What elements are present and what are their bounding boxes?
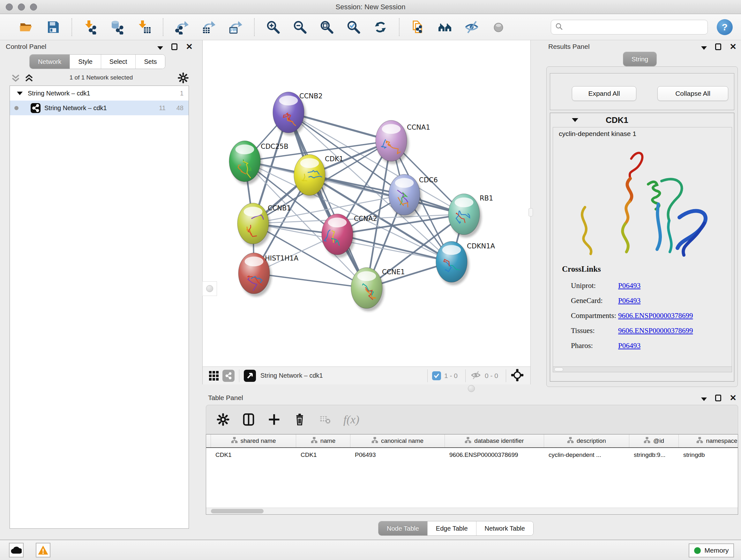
create-column-icon[interactable] — [267, 412, 281, 427]
crosslink-link[interactable]: P06493 — [618, 282, 641, 290]
panel-float-icon[interactable] — [172, 44, 178, 50]
results-menu-caret-icon[interactable] — [701, 46, 707, 50]
grid-view-icon[interactable] — [208, 370, 220, 382]
crosslink-link[interactable]: 9606.ENSP00000378699 — [618, 312, 693, 320]
cdk1-caret-icon[interactable] — [572, 118, 578, 122]
column-header-database-identifier[interactable]: database identifier — [445, 435, 544, 447]
hidden-eye-slash-icon — [470, 370, 482, 381]
tab-style[interactable]: Style — [70, 55, 100, 69]
results-float-icon[interactable] — [715, 44, 721, 50]
column-header-namespace[interactable]: namespace — [678, 435, 738, 447]
open-session-icon[interactable] — [17, 18, 35, 36]
table-options-gear-icon[interactable] — [216, 412, 230, 427]
cdk1-entry-header[interactable]: CDK1 — [550, 113, 734, 127]
bottom-splitter-handle[interactable] — [468, 385, 475, 392]
expand-collapse-box: Expand All Collapse All — [550, 73, 734, 110]
main-toolbar: ? — [0, 14, 741, 40]
column-header--id[interactable]: @id — [629, 435, 678, 447]
network-row[interactable]: String Network – cdk1 11 48 — [10, 101, 189, 115]
network-options-gear-icon[interactable] — [178, 72, 190, 84]
table-close-icon[interactable]: ✕ — [730, 394, 737, 401]
crosslink-link[interactable]: P06493 — [618, 341, 641, 350]
column-header-canonical-name[interactable]: canonical name — [350, 435, 445, 447]
save-session-icon[interactable] — [44, 18, 62, 36]
import-network-from-database-icon[interactable] — [109, 18, 126, 36]
export-network-icon[interactable] — [173, 18, 191, 36]
table-horizontal-scrollbar[interactable] — [206, 508, 738, 514]
results-panel-header: Results Panel ✕ — [542, 40, 741, 53]
panel-menu-caret-icon[interactable] — [157, 46, 163, 50]
selected-checkbox-icon[interactable] — [432, 371, 441, 380]
table-row[interactable]: CDK1CDK1P064939606.ENSP00000378699cyclin… — [206, 448, 738, 462]
table-scrollbar-thumb[interactable] — [211, 509, 264, 513]
collection-caret-icon[interactable] — [17, 91, 23, 95]
show-columns-icon[interactable] — [241, 412, 256, 427]
tab-network-table[interactable]: Network Table — [476, 521, 533, 536]
export-image-icon[interactable] — [226, 18, 245, 36]
import-table-from-file-icon[interactable] — [135, 18, 153, 36]
zoom-selected-icon[interactable] — [345, 18, 362, 36]
first-neighbors-icon[interactable] — [436, 18, 454, 36]
results-close-icon[interactable]: ✕ — [730, 43, 737, 51]
node-label-CCNA2: CCNA2 — [354, 215, 377, 223]
column-header-name[interactable]: name — [296, 435, 350, 447]
node-CCNA1[interactable]: CCNA1 — [376, 120, 430, 164]
column-type-icon — [231, 437, 238, 445]
network-canvas[interactable]: CCNB2CCNA1CDC25BCDK1CDC6RB1CCNB1CCNA2CDK… — [202, 40, 531, 367]
export-table-icon[interactable] — [200, 18, 218, 36]
column-header-label: name — [320, 437, 336, 444]
help-button[interactable]: ? — [717, 19, 733, 35]
node-CDKN1A[interactable]: CDKN1A — [436, 241, 495, 285]
import-network-from-file-icon[interactable] — [82, 18, 99, 36]
warnings-button[interactable] — [36, 543, 51, 557]
panel-close-icon[interactable]: ✕ — [186, 43, 193, 51]
left-splitter-handle[interactable] — [202, 281, 217, 296]
detach-view-icon[interactable] — [244, 370, 256, 382]
tab-sets[interactable]: Sets — [135, 55, 165, 69]
tab-node-table[interactable]: Node Table — [379, 521, 427, 536]
cloud-icon — [11, 546, 22, 555]
node-CCNB2[interactable]: CCNB2 — [273, 92, 323, 136]
column-type-icon — [696, 437, 703, 445]
network-share-icon[interactable] — [222, 370, 234, 382]
node-HIST1H1A[interactable]: HIST1H1A — [239, 253, 299, 297]
tab-string[interactable]: String — [623, 52, 657, 66]
results-scrollbar-thumb[interactable] — [554, 368, 563, 371]
node-CDC6[interactable]: CDC6 — [389, 174, 438, 218]
right-splitter-handle[interactable] — [529, 208, 533, 216]
crosslink-row: Uniprot:P06493 — [571, 278, 725, 293]
hide-selected-icon[interactable] — [463, 18, 481, 36]
column-header-shared-name[interactable]: shared name — [211, 435, 296, 447]
node-label-RB1: RB1 — [480, 194, 493, 202]
node-CCNE1[interactable]: CCNE1 — [351, 267, 405, 311]
search-input[interactable] — [566, 23, 704, 31]
delete-column-icon[interactable] — [292, 412, 307, 427]
collapse-all-button[interactable]: Collapse All — [657, 86, 728, 101]
new-network-from-selection-icon[interactable] — [409, 18, 427, 36]
zoom-out-icon[interactable] — [291, 18, 309, 36]
cloud-services-button[interactable] — [9, 543, 23, 557]
column-header-description[interactable]: description — [544, 435, 629, 447]
column-header-label: namespace — [706, 437, 737, 444]
search-box[interactable] — [551, 20, 708, 35]
table-float-icon[interactable] — [715, 395, 721, 401]
node-RB1[interactable]: RB1 — [448, 194, 493, 238]
crosslink-link[interactable]: P06493 — [618, 297, 641, 305]
crosslink-link[interactable]: 9606.ENSP00000378699 — [618, 327, 693, 335]
table-menu-caret-icon[interactable] — [701, 397, 707, 401]
tab-select[interactable]: Select — [101, 55, 136, 69]
node-CCNA2[interactable]: CCNA2 — [322, 214, 377, 258]
zoom-in-icon[interactable] — [264, 18, 282, 36]
results-horizontal-scrollbar[interactable] — [553, 367, 732, 372]
expand-all-button[interactable]: Expand All — [572, 86, 636, 101]
table-panel-header: Table Panel ✕ — [202, 391, 741, 404]
network-node-count: 11 — [159, 105, 165, 112]
edge-CCNB2-CCNE1[interactable] — [288, 112, 367, 288]
network-collection-row[interactable]: String Network – cdk1 1 — [10, 86, 189, 101]
tab-network[interactable]: Network — [30, 55, 70, 69]
birdseye-view-icon[interactable] — [511, 368, 524, 383]
refresh-view-icon[interactable] — [372, 18, 389, 36]
zoom-fit-content-icon[interactable] — [318, 18, 336, 36]
memory-button[interactable]: Memory — [689, 543, 734, 557]
tab-edge-table[interactable]: Edge Table — [427, 521, 476, 536]
